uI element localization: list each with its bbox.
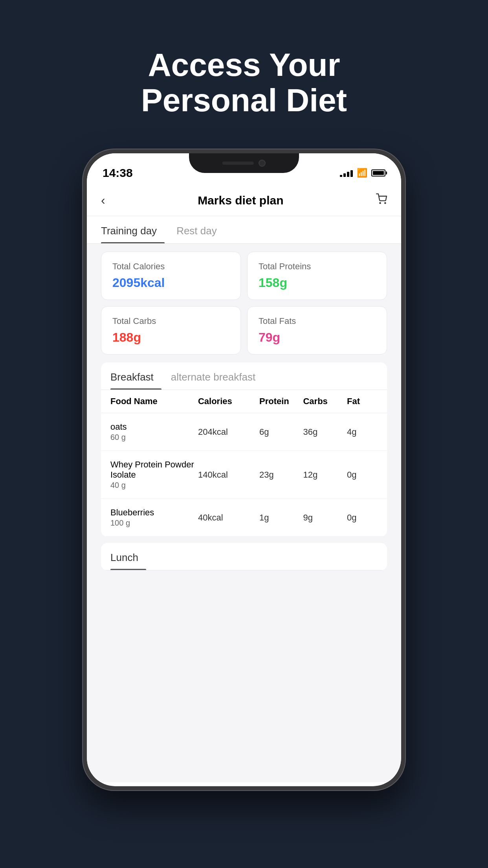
headline-line2: Personal Diet: [0, 83, 488, 118]
food-weight-oats: 60 g: [110, 433, 198, 442]
status-bar: 14:38 📶: [87, 153, 401, 185]
tab-alternate-breakfast[interactable]: alternate breakfast: [171, 362, 263, 390]
cart-icon[interactable]: [376, 193, 387, 207]
meal-tabs: Breakfast alternate breakfast: [101, 362, 387, 390]
stats-grid: Total Calories 2095kcal Total Proteins 1…: [101, 252, 387, 355]
food-carbs-whey: 12g: [303, 470, 347, 480]
food-fat-blueberries: 0g: [347, 513, 378, 523]
col-header-calories: Calories: [198, 396, 259, 406]
signal-bar-1: [340, 175, 342, 177]
food-table: Food Name Calories Protein Carbs Fat oat…: [101, 390, 387, 537]
food-table-header: Food Name Calories Protein Carbs Fat: [101, 390, 387, 413]
signal-bar-3: [347, 172, 349, 177]
signal-bar-2: [343, 173, 346, 177]
stat-label-proteins: Total Proteins: [259, 261, 376, 272]
stat-card-fats: Total Fats 79g: [247, 306, 387, 355]
col-header-carbs: Carbs: [303, 396, 347, 406]
food-fat-whey: 0g: [347, 470, 378, 480]
food-name-cell-blueberries: Blueberries 100 g: [110, 508, 198, 528]
content-area: Total Calories 2095kcal Total Proteins 1…: [87, 244, 401, 782]
food-row-oats[interactable]: oats 60 g 204kcal 6g 36g 4g: [101, 413, 387, 451]
stat-value-proteins: 158g: [259, 276, 376, 290]
stat-value-carbs: 188g: [112, 330, 229, 345]
food-calories-oats: 204kcal: [198, 427, 259, 437]
food-weight-whey: 40 g: [110, 481, 198, 490]
lunch-tabs: Lunch: [101, 543, 387, 570]
svg-point-0: [380, 203, 380, 204]
back-button[interactable]: ‹: [101, 193, 105, 208]
food-weight-blueberries: 100 g: [110, 519, 198, 528]
notch: [189, 153, 299, 173]
headline-line1: Access Your: [0, 47, 488, 83]
meal-section: Breakfast alternate breakfast Food Name: [101, 362, 387, 537]
lunch-section: Lunch: [101, 543, 387, 570]
phone-screen: 14:38 📶: [87, 153, 401, 786]
stat-card-proteins: Total Proteins 158g: [247, 252, 387, 300]
food-carbs-oats: 36g: [303, 427, 347, 437]
food-name-oats: oats: [110, 422, 198, 432]
stat-label-fats: Total Fats: [259, 316, 376, 326]
battery-icon: [371, 169, 385, 177]
notch-speaker: [222, 162, 254, 165]
phone-container: 14:38 📶: [0, 149, 488, 790]
nav-bar: ‹ Marks diet plan: [87, 185, 401, 216]
food-calories-whey: 140kcal: [198, 470, 259, 480]
food-name-blueberries: Blueberries: [110, 508, 198, 518]
signal-bars-icon: [340, 169, 353, 177]
food-protein-blueberries: 1g: [259, 513, 303, 523]
day-tabs: Training day Rest day: [87, 216, 401, 244]
stat-label-calories: Total Calories: [112, 261, 229, 272]
status-time: 14:38: [103, 166, 133, 180]
page-headline: Access Your Personal Diet: [0, 0, 488, 149]
status-icons: 📶: [340, 168, 385, 178]
food-name-cell-oats: oats 60 g: [110, 422, 198, 442]
wifi-icon: 📶: [357, 168, 367, 178]
stat-value-calories: 2095kcal: [112, 276, 229, 290]
food-row-whey[interactable]: Whey Protein Powder Isolate 40 g 140kcal…: [101, 451, 387, 499]
battery-fill: [373, 171, 384, 175]
notch-camera: [259, 160, 266, 167]
svg-point-1: [385, 203, 385, 204]
tab-training-day[interactable]: Training day: [101, 216, 165, 243]
food-calories-blueberries: 40kcal: [198, 513, 259, 523]
col-header-food-name: Food Name: [110, 396, 198, 406]
stat-label-carbs: Total Carbs: [112, 316, 229, 326]
food-fat-oats: 4g: [347, 427, 378, 437]
phone-frame: 14:38 📶: [83, 149, 405, 790]
stat-value-fats: 79g: [259, 330, 376, 345]
tab-lunch[interactable]: Lunch: [110, 543, 146, 570]
food-carbs-blueberries: 9g: [303, 513, 347, 523]
food-row-blueberries[interactable]: Blueberries 100 g 40kcal 1g 9g 0g: [101, 499, 387, 537]
signal-bar-4: [350, 170, 353, 177]
food-name-cell-whey: Whey Protein Powder Isolate 40 g: [110, 460, 198, 490]
food-name-whey: Whey Protein Powder Isolate: [110, 460, 198, 480]
tab-breakfast[interactable]: Breakfast: [110, 362, 161, 390]
tab-rest-day[interactable]: Rest day: [176, 216, 225, 243]
stat-card-carbs: Total Carbs 188g: [101, 306, 241, 355]
food-protein-whey: 23g: [259, 470, 303, 480]
food-protein-oats: 6g: [259, 427, 303, 437]
nav-title: Marks diet plan: [198, 194, 283, 207]
col-header-protein: Protein: [259, 396, 303, 406]
stat-card-calories: Total Calories 2095kcal: [101, 252, 241, 300]
col-header-fat: Fat: [347, 396, 378, 406]
page-background: Access Your Personal Diet 14:38: [0, 0, 488, 868]
